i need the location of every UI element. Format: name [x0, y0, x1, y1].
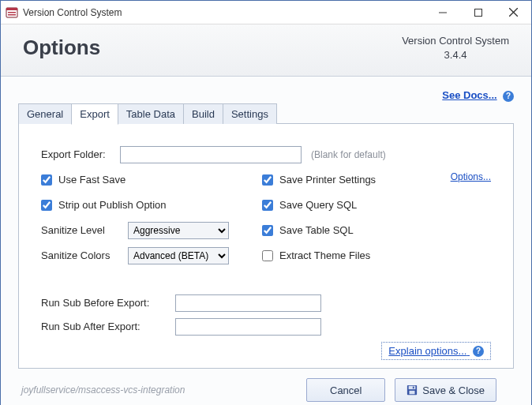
svg-rect-9: [409, 386, 416, 389]
run-after-label: Run Sub After Export:: [41, 321, 175, 332]
save-query-sql-label: Save Query SQL: [279, 199, 357, 211]
help-icon[interactable]: ?: [503, 91, 514, 102]
run-after-input[interactable]: [175, 318, 321, 336]
export-folder-row: Export Folder: (Blank for default): [41, 146, 491, 163]
tab-export[interactable]: Export: [71, 103, 118, 125]
extract-theme-label: Extract Theme Files: [279, 249, 370, 261]
tab-panel: Export Folder: (Blank for default) Use F…: [18, 123, 514, 369]
svg-rect-10: [410, 391, 415, 394]
run-before-label: Run Sub Before Export:: [41, 297, 175, 309]
cancel-button-label: Cancel: [330, 384, 362, 396]
save-table-sql-label: Save Table SQL: [279, 224, 354, 236]
options-columns: Use Fast Save Strip out Publish Option S…: [41, 171, 491, 272]
svg-rect-3: [8, 14, 16, 16]
run-after-row: Run Sub After Export:: [41, 318, 491, 336]
export-folder-input[interactable]: [120, 146, 302, 163]
maximize-button[interactable]: [460, 1, 496, 24]
minimize-button[interactable]: [425, 1, 460, 24]
export-folder-hint: (Blank for default): [311, 149, 386, 160]
options-col-left: Use Fast Save Strip out Publish Option S…: [41, 171, 262, 272]
explain-options-link[interactable]: Explain options... ?: [381, 342, 491, 361]
maximize-icon: [474, 9, 482, 17]
product-name: Version Control System: [402, 34, 509, 48]
save-query-sql-checkbox[interactable]: [262, 200, 273, 211]
save-printer-checkbox[interactable]: [262, 174, 273, 186]
window-title: Version Control System: [23, 7, 425, 18]
sanitize-colors-select[interactable]: Advanced (BETA): [128, 247, 229, 264]
body: See Docs... ? General Export Table Data …: [1, 77, 531, 405]
help-icon: ?: [473, 346, 484, 357]
docs-row: See Docs... ?: [18, 89, 514, 102]
svg-rect-5: [474, 9, 481, 16]
save-printer-label: Save Printer Settings: [279, 174, 376, 186]
page-title: Options: [23, 36, 402, 60]
save-table-sql-checkbox[interactable]: [262, 225, 273, 236]
save-icon: [406, 384, 418, 396]
save-close-button-label: Save & Close: [422, 384, 485, 396]
use-fast-save-label: Use Fast Save: [58, 174, 126, 186]
header: Options Version Control System 3.4.4: [1, 24, 531, 77]
explain-row: Explain options... ?: [41, 342, 491, 361]
close-button[interactable]: [496, 1, 531, 24]
sanitize-colors-label: Sanitize Colors: [41, 249, 128, 261]
tab-settings[interactable]: Settings: [223, 103, 277, 124]
header-product-info: Version Control System 3.4.4: [402, 34, 509, 62]
tab-table-data[interactable]: Table Data: [118, 103, 184, 124]
repo-label: joyfullservice/msaccess-vcs-integration: [21, 384, 297, 396]
tab-build[interactable]: Build: [183, 103, 223, 124]
export-folder-label: Export Folder:: [41, 148, 120, 160]
sanitize-level-label: Sanitize Level: [41, 224, 128, 236]
strip-publish-checkbox[interactable]: [41, 200, 52, 211]
titlebar: Version Control System: [1, 1, 531, 24]
strip-publish-label: Strip out Publish Option: [58, 199, 167, 211]
run-before-input[interactable]: [175, 294, 321, 312]
extract-theme-checkbox[interactable]: [262, 250, 273, 261]
window: Version Control System Options Version C…: [0, 0, 532, 405]
printer-options-link[interactable]: Options...: [451, 171, 491, 182]
svg-rect-11: [413, 387, 414, 389]
options-col-links: Options...: [428, 171, 491, 272]
tab-general[interactable]: General: [18, 103, 72, 124]
cancel-button[interactable]: Cancel: [306, 378, 385, 402]
export-tab-content: Export Folder: (Blank for default) Use F…: [19, 124, 513, 369]
footer: joyfullservice/msaccess-vcs-integration …: [18, 369, 514, 405]
see-docs-link[interactable]: See Docs...: [442, 89, 496, 101]
explain-options-text: Explain options...: [388, 345, 466, 357]
options-col-right: Save Printer Settings Save Query SQL Sav…: [262, 171, 428, 272]
app-icon: [6, 6, 18, 19]
svg-rect-2: [8, 12, 16, 13]
close-icon: [509, 8, 518, 17]
svg-rect-1: [6, 8, 17, 10]
save-close-button[interactable]: Save & Close: [395, 378, 496, 402]
product-version: 3.4.4: [402, 48, 509, 62]
minimize-icon: [439, 9, 447, 17]
run-before-row: Run Sub Before Export:: [41, 294, 491, 312]
use-fast-save-checkbox[interactable]: [41, 174, 52, 186]
tab-bar: General Export Table Data Build Settings: [18, 103, 514, 124]
sanitize-level-select[interactable]: Aggressive: [128, 222, 229, 239]
